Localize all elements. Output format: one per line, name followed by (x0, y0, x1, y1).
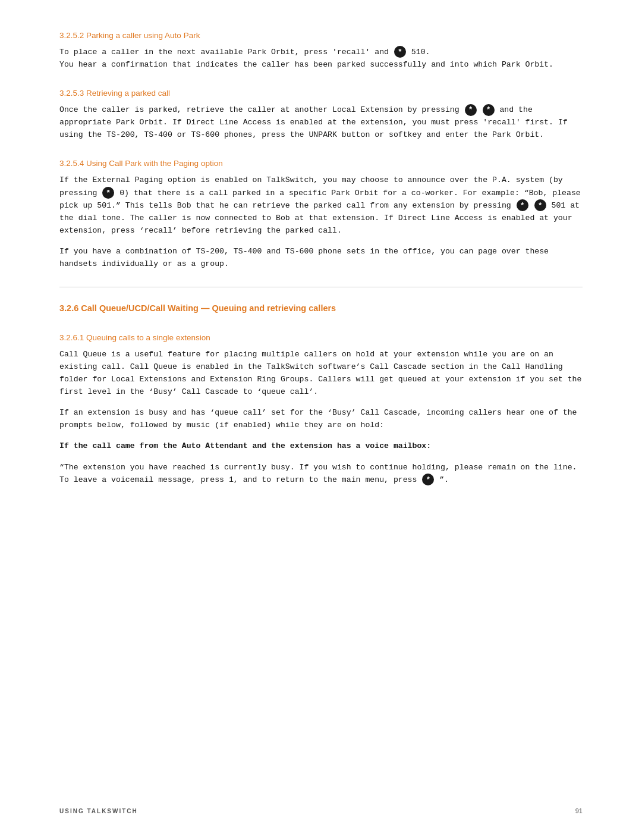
page-number: 91 (575, 806, 583, 816)
heading-3254: 3.2.5.4 Using Call Park with the Paging … (59, 158, 583, 170)
section-326: 3.2.6 Call Queue/UCD/Call Waiting — Queu… (59, 302, 583, 315)
page-footer: USING TALKSWITCH 91 (59, 806, 583, 816)
section-3254: 3.2.5.4 Using Call Park with the Paging … (59, 158, 583, 270)
star-icon-2: * (483, 104, 495, 116)
heading-3261: 3.2.6.1 Queuing calls to a single extens… (59, 332, 583, 344)
body-3261-1: Call Queue is a useful feature for placi… (59, 348, 583, 399)
footer-label: USING TALKSWITCH (59, 807, 138, 816)
body-3253: Once the caller is parked, retrieve the … (59, 104, 583, 141)
star-icon-1: * (465, 104, 477, 116)
text-3261-3a: “The extension you have reached is curre… (59, 463, 577, 484)
body-3261-2: If an extension is busy and has ‘queue c… (59, 406, 583, 431)
star-icon-pa: * (102, 187, 114, 199)
text-3261-3b: ”. (439, 475, 449, 484)
text-3254-2: 0) that there is a call parked in a spec… (59, 189, 581, 210)
body-3252: To place a caller in the next available … (59, 46, 583, 71)
heading-326: 3.2.6 Call Queue/UCD/Call Waiting — Queu… (59, 302, 583, 315)
text-3252-2: 510. (411, 48, 430, 57)
star-icon-3a: * (517, 199, 528, 211)
heading-3252: 3.2.5.2 Parking a caller using Auto Park (59, 30, 583, 42)
star-icon-3b: * (534, 199, 546, 211)
body-3254-1: If the External Paging option is enabled… (59, 174, 583, 237)
text-3253-1: Once the caller is parked, retrieve the … (59, 105, 460, 114)
section-3252: 3.2.5.2 Parking a caller using Auto Park… (59, 30, 583, 71)
body-3254-2: If you have a combination of TS-200, TS-… (59, 245, 583, 270)
divider-326 (59, 287, 583, 287)
body-3261-bold: If the call came from the Auto Attendant… (59, 440, 583, 452)
text-3252-1: To place a caller in the next available … (59, 48, 389, 57)
body-3261-3: “The extension you have reached is curre… (59, 461, 583, 486)
text-3252-3: You hear a confirmation that indicates t… (59, 60, 553, 69)
star-icon-510: * (394, 46, 406, 58)
page: 3.2.5.2 Parking a caller using Auto Park… (0, 0, 642, 840)
star-icon-menu: * (422, 474, 434, 485)
heading-3253: 3.2.5.3 Retrieving a parked call (59, 87, 583, 100)
section-3261: 3.2.6.1 Queuing calls to a single extens… (59, 332, 583, 486)
section-3253: 3.2.5.3 Retrieving a parked call Once th… (59, 87, 583, 141)
